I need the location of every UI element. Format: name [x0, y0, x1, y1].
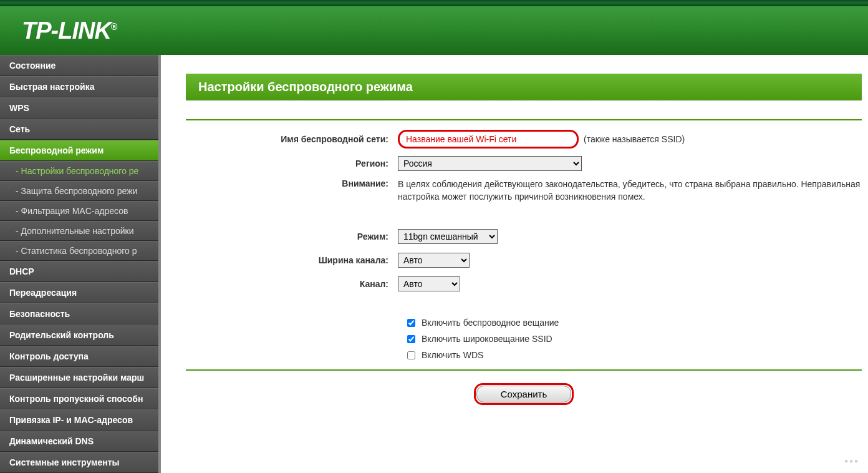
sidebar-item-quick-setup[interactable]: Быстрая настройка	[0, 76, 158, 97]
sidebar-item-routing[interactable]: Расширенные настройки марш	[0, 367, 158, 388]
ssid-note: (также называется SSID)	[584, 134, 685, 144]
sidebar-item-parental[interactable]: Родительский контроль	[0, 324, 158, 346]
region-select[interactable]: Россия	[398, 156, 582, 171]
label-mode: Режим:	[186, 232, 398, 241]
broadcast-label: Включить беспроводное вещание	[422, 318, 559, 328]
sidebar: Состояние Быстрая настройка WPS Сеть Бес…	[0, 55, 161, 473]
sidebar-item-ddns[interactable]: Динамический DNS	[0, 431, 158, 452]
sidebar-item-bandwidth[interactable]: Контроль пропускной способн	[0, 388, 158, 409]
brand-text: TP-LINK	[22, 17, 111, 44]
wds-label: Включить WDS	[422, 350, 483, 360]
sidebar-item-wireless[interactable]: Беспроводной режим	[0, 140, 158, 161]
save-button[interactable]: Сохранить	[476, 386, 572, 402]
row-ssid-broadcast: Включить широковещание SSID	[186, 334, 862, 344]
warning-text: В целях соблюдения действующего законода…	[398, 178, 862, 203]
row-channel: Канал: Авто	[186, 275, 862, 293]
ssid-broadcast-label: Включить широковещание SSID	[422, 334, 552, 344]
sidebar-item-network[interactable]: Сеть	[0, 119, 158, 140]
button-row: Сохранить	[186, 383, 862, 405]
row-broadcast: Включить беспроводное вещание	[186, 318, 862, 328]
sidebar-item-status[interactable]: Состояние	[0, 55, 158, 76]
sidebar-item-wps[interactable]: WPS	[0, 97, 158, 119]
save-button-highlight: Сохранить	[474, 383, 574, 405]
label-channel-width: Ширина канала:	[186, 255, 398, 265]
channel-select[interactable]: Авто	[398, 276, 460, 291]
sidebar-item-ip-mac-binding[interactable]: Привязка IP- и MAC-адресов	[0, 409, 158, 431]
sidebar-item-access-control[interactable]: Контроль доступа	[0, 346, 158, 367]
row-channel-width: Ширина канала: Авто	[186, 251, 862, 269]
header: TP-LINK®	[0, 6, 868, 55]
divider-bottom	[186, 369, 862, 371]
divider-top	[186, 119, 862, 120]
mode-select[interactable]: 11bgn смешанный	[398, 229, 498, 244]
sidebar-item-security[interactable]: Безопасность	[0, 303, 158, 324]
top-bar	[0, 0, 868, 6]
page-title: Настройки беспроводного режима	[186, 74, 862, 100]
sidebar-sub-wireless-stats[interactable]: - Статистика беспроводного р	[0, 241, 158, 261]
row-ssid: Имя беспроводной сети: (также называется…	[186, 130, 862, 149]
broadcast-checkbox[interactable]	[407, 319, 415, 327]
main-content: Настройки беспроводного режима Имя беспр…	[161, 55, 868, 473]
label-ssid: Имя беспроводной сети:	[186, 134, 398, 144]
row-mode: Режим: 11bgn смешанный	[186, 228, 862, 245]
label-channel: Канал:	[186, 279, 398, 289]
sidebar-item-dhcp[interactable]: DHCP	[0, 261, 158, 282]
row-region: Регион: Россия	[186, 155, 862, 172]
label-warning: Внимание:	[186, 178, 398, 188]
ssid-input[interactable]	[398, 130, 579, 149]
channel-width-select[interactable]: Авто	[398, 253, 470, 268]
label-region: Регион:	[186, 158, 398, 168]
ssid-broadcast-checkbox[interactable]	[407, 335, 415, 343]
sidebar-sub-wireless-security[interactable]: - Защита беспроводного режи	[0, 181, 158, 201]
sidebar-item-system-tools[interactable]: Системные инструменты	[0, 452, 158, 473]
sidebar-sub-wireless-settings[interactable]: - Настройки беспроводного ре	[0, 161, 158, 181]
brand-logo: TP-LINK®	[22, 17, 117, 44]
sidebar-sub-advanced[interactable]: - Дополнительные настройки	[0, 221, 158, 241]
sidebar-item-forwarding[interactable]: Переадресация	[0, 282, 158, 303]
row-wds: Включить WDS	[186, 350, 862, 360]
sidebar-sub-mac-filter[interactable]: - Фильтрация MAC-адресов	[0, 201, 158, 221]
row-warning: Внимание: В целях соблюдения действующег…	[186, 178, 862, 203]
wds-checkbox[interactable]	[407, 351, 415, 359]
resize-dots-icon: ●●●	[844, 457, 859, 464]
